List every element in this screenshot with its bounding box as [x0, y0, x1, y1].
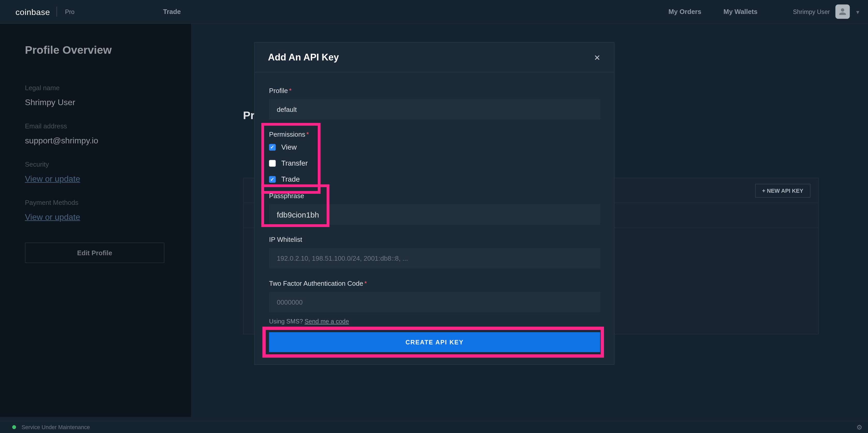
checkbox-icon	[269, 160, 276, 166]
payment-label: Payment Methods	[25, 199, 166, 207]
logo-pro: Pro	[65, 8, 75, 15]
passphrase-input[interactable]	[269, 204, 600, 225]
nav-wallets[interactable]: My Wallets	[723, 8, 757, 16]
checkbox-icon: ✓	[269, 144, 276, 150]
nav-orders[interactable]: My Orders	[669, 8, 702, 16]
send-code-link[interactable]: Send me a code	[305, 318, 349, 324]
user-menu[interactable]: Shrimpy User ▾	[793, 4, 859, 19]
logo[interactable]: coinbase Pro	[16, 7, 74, 17]
status-bar: Service Under Maintenance ⚙	[0, 421, 868, 433]
nav-trade[interactable]: Trade	[163, 8, 181, 16]
ip-whitelist-input[interactable]	[269, 248, 600, 269]
sms-hint: Using SMS? Send me a code	[269, 318, 599, 324]
profile-field: Profile*	[269, 87, 599, 119]
new-api-key-button[interactable]: + NEW API KEY	[755, 183, 810, 197]
security-label: Security	[25, 160, 166, 168]
logo-text: coinbase	[16, 7, 50, 16]
perm-trade-checkbox[interactable]: ✓ Trade	[269, 175, 599, 183]
user-name: Shrimpy User	[793, 8, 830, 15]
legal-name-label: Legal name	[25, 84, 166, 92]
edit-profile-button[interactable]: Edit Profile	[25, 243, 164, 263]
status-dot-icon	[12, 425, 16, 429]
security-link[interactable]: View or update	[25, 174, 166, 183]
perm-transfer-checkbox[interactable]: Transfer	[269, 159, 599, 167]
payment-link[interactable]: View or update	[25, 212, 166, 221]
header: coinbase Pro Trade My Orders My Wallets …	[0, 0, 868, 24]
checkbox-icon: ✓	[269, 176, 276, 182]
email-value: support@shrimpy.io	[25, 136, 166, 145]
page-title-partial: Pr	[243, 109, 255, 122]
chevron-down-icon: ▾	[857, 8, 859, 15]
gear-icon[interactable]: ⚙	[857, 423, 863, 431]
logo-separator	[57, 7, 57, 17]
legal-name-value: Shrimpy User	[25, 97, 166, 107]
sidebar: Profile Overview Legal name Shrimpy User…	[0, 24, 191, 417]
passphrase-label: Passphrase	[269, 192, 599, 200]
tfa-input[interactable]	[269, 292, 600, 312]
profile-label: Profile*	[269, 87, 599, 95]
create-api-key-button[interactable]: CREATE API KEY	[269, 332, 600, 352]
profile-input[interactable]	[269, 99, 600, 120]
sidebar-title: Profile Overview	[25, 44, 166, 56]
email-label: Email address	[25, 122, 166, 130]
modal-title: Add An API Key	[268, 52, 339, 63]
permissions-label: Permissions*	[269, 131, 599, 138]
ip-whitelist-label: IP Whitelist	[269, 236, 599, 244]
perm-view-checkbox[interactable]: ✓ View	[269, 143, 599, 151]
tfa-label: Two Factor Authentication Code*	[269, 280, 599, 287]
add-api-key-modal: Add An API Key ✕ Profile* Permissions* ✓…	[254, 42, 615, 365]
status-text: Service Under Maintenance	[22, 424, 90, 430]
close-icon[interactable]: ✕	[594, 53, 601, 62]
avatar	[835, 4, 850, 19]
